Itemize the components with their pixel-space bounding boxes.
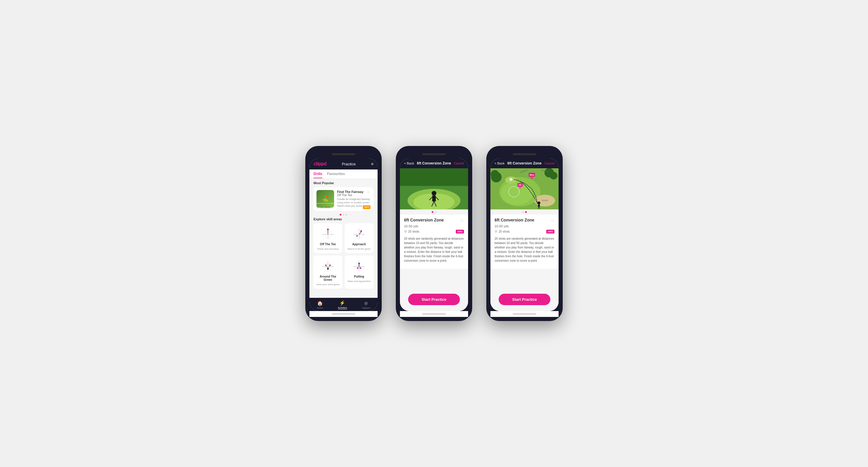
drill-badge-2: ARG xyxy=(456,230,464,234)
svg-point-47 xyxy=(491,170,499,178)
atg-name: Around The Green xyxy=(316,275,340,281)
phone-screen-2: < Back 6ft Conversion Zone Cancel xyxy=(400,158,468,311)
dot-2 xyxy=(343,214,344,215)
drill-subtitle: Off The Tee xyxy=(337,194,371,197)
detail-header-title-3: 6ft Conversion Zone xyxy=(507,161,541,165)
drill-fav-2[interactable]: ☆ xyxy=(460,218,464,223)
nav-capture[interactable]: ⊕ Capture xyxy=(362,300,370,309)
ott-desc: Power and accuracy xyxy=(317,247,339,250)
home-bar-1 xyxy=(332,313,355,314)
putting-icon xyxy=(352,259,366,273)
detail-content-2: 6ft Conversion Zone ☆ 10-50 yds ⏱ 20 sho… xyxy=(400,168,468,289)
capture-icon: ⊕ xyxy=(364,300,368,306)
nav-home[interactable]: 🏠 Home xyxy=(317,300,323,309)
cancel-button-3[interactable]: Cancel xyxy=(545,162,555,165)
back-button-2[interactable]: < Back xyxy=(404,162,414,165)
explore-label: Explore skill areas xyxy=(313,218,373,221)
phone-2: < Back 6ft Conversion Zone Cancel xyxy=(396,146,472,321)
drill-title-2: 6ft Conversion Zone xyxy=(404,218,444,222)
ott-name: Off The Tee xyxy=(320,243,336,246)
activities-icon: ⚡ xyxy=(339,300,345,306)
drill-shots-3: ⏱ 20 shots xyxy=(495,230,510,233)
tab-drills[interactable]: Drills xyxy=(313,172,322,178)
skill-areas-grid: Off The Tee Power and accuracy xyxy=(313,223,373,289)
drill-description-3: 20 shots are randomly generated at dista… xyxy=(495,236,555,263)
detail-dot-3-2 xyxy=(525,211,527,213)
clock-icon: ⏱ xyxy=(316,206,319,209)
phone-3: < Back 6ft Conversion Zone Cancel xyxy=(486,146,563,321)
approach-desc: Dial-in to hit the green xyxy=(348,247,371,250)
ott-icon xyxy=(320,227,335,240)
detail-dots-2 xyxy=(400,209,468,215)
app-header: clippd Practice ≡ xyxy=(309,158,378,169)
tab-favourites[interactable]: Favourites xyxy=(327,172,345,178)
skill-card-ott[interactable]: Off The Tee Power and accuracy xyxy=(313,223,342,253)
drill-range-2: 10-50 yds xyxy=(404,224,464,228)
drill-title-row-2: 6ft Conversion Zone ☆ xyxy=(404,218,464,223)
svg-point-10 xyxy=(360,230,362,232)
back-button-3[interactable]: < Back xyxy=(495,162,504,165)
svg-point-28 xyxy=(357,267,359,269)
activities-label: Activities xyxy=(338,306,347,309)
drill-meta-row-3: ⏱ 20 shots ARG xyxy=(495,230,555,234)
drill-description-2: 20 shots are randomly generated at dista… xyxy=(404,236,464,263)
svg-point-18 xyxy=(325,264,327,266)
dot-3 xyxy=(346,214,347,215)
dot-1 xyxy=(340,214,341,215)
shots-clock-icon-2: ⏱ xyxy=(404,230,407,233)
home-icon: 🏠 xyxy=(317,300,323,306)
nav-activities[interactable]: ⚡ Activities xyxy=(338,300,347,309)
skill-card-putting[interactable]: Putting Make and lag practice xyxy=(345,256,373,289)
svg-point-11 xyxy=(356,235,358,236)
detail-dot-1 xyxy=(432,211,433,213)
notch-bar-1 xyxy=(332,153,355,155)
drill-badge-3: ARG xyxy=(546,230,555,234)
featured-drill-card[interactable]: Find The Fairway Off The Tee Create an i… xyxy=(313,187,373,211)
drill-favourite-icon[interactable]: ☆ xyxy=(367,190,371,195)
home-indicator-2 xyxy=(400,311,468,317)
drill-shots-2: ⏱ 20 shots xyxy=(404,230,419,233)
phone-1: clippd Practice ≡ Drills Favourites Most… xyxy=(305,146,382,321)
notch-bar-2 xyxy=(422,153,446,155)
svg-text:SAND: SAND xyxy=(541,199,548,202)
svg-text:Hit: Hit xyxy=(519,184,522,186)
drill-title-row-3: 6ft Conversion Zone ☆ xyxy=(495,218,555,223)
approach-icon xyxy=(352,227,366,240)
drill-title: Find The Fairway xyxy=(337,190,371,194)
app-logo: clippd xyxy=(313,161,327,167)
svg-point-49 xyxy=(550,172,557,179)
detail-content-3: Miss Hit SAND xyxy=(490,168,559,289)
drill-title-3: 6ft Conversion Zone xyxy=(495,218,534,222)
svg-text:Miss: Miss xyxy=(529,174,534,176)
drill-shots: ⏱ 10 shots xyxy=(316,206,330,209)
approach-icon-container xyxy=(350,226,368,241)
svg-point-17 xyxy=(327,268,329,270)
putting-icon-container xyxy=(350,259,368,273)
menu-icon[interactable]: ≡ xyxy=(371,162,373,166)
home-label: Home xyxy=(317,307,323,309)
home-indicator-1 xyxy=(309,311,378,317)
phone-notch-3 xyxy=(490,150,559,158)
phone-screen-3: < Back 6ft Conversion Zone Cancel xyxy=(490,158,559,311)
golf-photo-svg xyxy=(400,168,468,209)
svg-rect-37 xyxy=(432,196,436,201)
skill-card-approach[interactable]: Approach Dial-in to hit the green xyxy=(345,223,373,253)
svg-point-60 xyxy=(537,201,540,204)
drill-fav-3[interactable]: ☆ xyxy=(550,218,555,223)
scene: clippd Practice ≡ Drills Favourites Most… xyxy=(288,128,580,339)
atg-icon xyxy=(320,259,335,273)
detail-dot-2 xyxy=(435,211,436,213)
start-practice-button-3[interactable]: Start Practice xyxy=(499,294,550,305)
cancel-button-2[interactable]: Cancel xyxy=(454,162,464,165)
detail-bottom-2: Start Practice xyxy=(400,289,468,311)
shots-clock-icon-3: ⏱ xyxy=(495,230,497,233)
skill-card-atg[interactable]: Around The Green Hone your short game xyxy=(313,256,342,289)
detail-bottom-3: Start Practice xyxy=(490,289,559,311)
start-practice-button-2[interactable]: Start Practice xyxy=(408,294,460,305)
svg-rect-61 xyxy=(538,204,540,207)
svg-point-4 xyxy=(327,229,329,230)
bottom-navigation: 🏠 Home ⚡ Activities ⊕ Capture xyxy=(309,298,378,311)
home-bar-2 xyxy=(422,313,446,314)
screen-drill-detail-photo: < Back 6ft Conversion Zone Cancel xyxy=(400,158,468,311)
detail-header-title-2: 6ft Conversion Zone xyxy=(417,161,451,165)
